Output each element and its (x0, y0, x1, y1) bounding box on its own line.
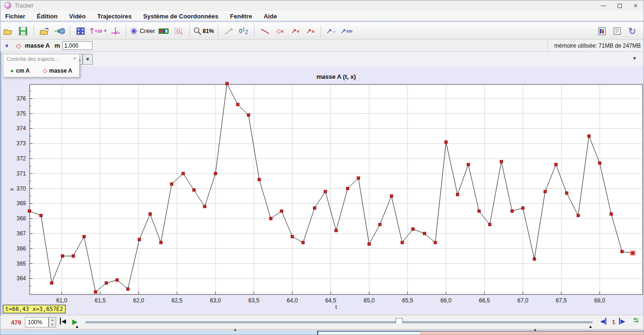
x-tick-label: 64,5 (325, 297, 337, 304)
maximize-button[interactable] (611, 0, 627, 11)
labels-button[interactable]: 012 (237, 25, 250, 38)
close-button[interactable]: × (627, 0, 644, 11)
bottom-panes-edge (0, 331, 644, 335)
toolbar-separator (254, 25, 255, 37)
x-tick-label: 66,5 (479, 297, 490, 304)
loop-button[interactable] (632, 317, 640, 325)
refresh-icon: ↻ (628, 25, 636, 37)
x-tick-label: 67,5 (556, 297, 567, 304)
data-point (61, 255, 64, 258)
data-point (313, 207, 316, 209)
chart-svg[interactable]: 3643653663673683693703713723733743753766… (1, 52, 644, 315)
data-point (182, 172, 185, 175)
step-forward-button[interactable]: ▶ (619, 318, 625, 325)
y-tick-label: 364 (17, 275, 26, 282)
main-toolbar: +10 ▼ Créer 81% 012 (0, 23, 644, 40)
timeline-thumb[interactable] (396, 318, 403, 326)
stretch-vectors-button[interactable]: ↗↔ (325, 25, 338, 38)
x-tick-label: 67,0 (517, 297, 528, 304)
zoom-button[interactable]: 81% (193, 25, 214, 38)
data-point (291, 235, 294, 238)
data-point (488, 223, 491, 226)
track-item-cm-a[interactable]: cm A (11, 67, 30, 74)
notes-button[interactable] (611, 25, 624, 38)
track-selector-icon[interactable]: ▼ (4, 43, 9, 49)
goto-start-icon: ◀ (60, 318, 66, 325)
menu-trajectoires[interactable]: Trajectoires (92, 11, 136, 20)
y-tick-label: 369 (17, 200, 26, 207)
track-name[interactable]: masse A (25, 42, 50, 49)
y-tick-label: 375 (17, 110, 26, 117)
step-size[interactable]: 1 (612, 318, 615, 326)
data-point-selected (631, 251, 634, 254)
labels-numbers-icon: 012 (239, 27, 248, 35)
data-point (335, 229, 338, 232)
menu-fenetre[interactable]: Fenêtre (225, 11, 257, 20)
open-button[interactable] (1, 25, 15, 38)
menu-bar: Fichier Édition Vidéo Trajectoires Systè… (0, 11, 644, 22)
xmass-vectors-button[interactable]: ↗xm (340, 25, 353, 38)
velocities-button[interactable]: ↗v (289, 25, 302, 38)
in-point-marker[interactable]: ▲ (75, 324, 79, 329)
mass-input[interactable] (62, 41, 92, 50)
positions-button[interactable]: ◇x (273, 25, 287, 38)
title-bar: Tracker — × (0, 0, 644, 11)
create-button[interactable]: Créer (130, 25, 155, 38)
trails-button[interactable] (222, 25, 235, 38)
track-diamond-icon[interactable]: ◇ (16, 42, 21, 50)
open-library-button[interactable] (38, 25, 51, 38)
y-tick-label: 368 (17, 215, 26, 222)
data-point (434, 241, 437, 244)
y-axis-label: x (8, 188, 15, 191)
rate-spinner[interactable]: 100% (25, 317, 49, 327)
calibration-button[interactable]: +10 ▼ (89, 25, 107, 38)
menu-edition[interactable]: Édition (32, 11, 62, 20)
save-button[interactable] (17, 25, 30, 38)
clip-settings-button[interactable] (74, 25, 87, 38)
data-point (565, 192, 568, 194)
coordinate-readout: t=68,43 x=3,657E2 (3, 305, 66, 313)
track-item-masse-a[interactable]: ◇masse A (43, 67, 72, 74)
x-tick-label: 63,5 (248, 297, 260, 304)
data-point (423, 232, 426, 235)
timeline-slider[interactable] (85, 321, 593, 323)
step-back-button[interactable]: ◀ (600, 318, 606, 325)
goto-start-button[interactable]: ◀ (60, 318, 66, 325)
import-globe-icon (54, 27, 65, 35)
path-button[interactable] (258, 25, 272, 38)
menu-video[interactable]: Vidéo (65, 11, 91, 20)
data-point (467, 163, 470, 166)
path-line-icon (260, 28, 270, 34)
autotracker-button[interactable] (172, 25, 185, 38)
data-point (620, 250, 623, 253)
data-point (225, 82, 228, 85)
data-tool-icon (598, 27, 606, 35)
track-control-close-icon[interactable]: × (73, 55, 76, 62)
data-point (401, 241, 404, 244)
data-point (159, 241, 162, 244)
y-tick-label: 371 (17, 170, 26, 177)
track-control-button[interactable] (157, 25, 170, 38)
data-point (214, 172, 217, 175)
menu-fichier[interactable]: Fichier (0, 11, 30, 20)
menu-systeme-coordonnees[interactable]: Système de Coordonnées (139, 11, 223, 20)
import-video-button[interactable] (53, 25, 66, 38)
data-point (83, 235, 85, 238)
y-tick-label: 374 (17, 125, 26, 132)
stretch-label: ↔ (332, 29, 337, 34)
x-axis-label: t (335, 304, 337, 310)
open-folder-arrow-icon (39, 27, 50, 35)
accelerations-button[interactable]: ↗a (304, 25, 317, 38)
refresh-button[interactable]: ↻ (626, 25, 639, 38)
axes-button[interactable] (109, 25, 122, 38)
menu-aide[interactable]: Aide (259, 11, 281, 20)
rate-spinner-buttons[interactable]: ▲▼ (49, 317, 56, 327)
open-folder-icon (3, 27, 13, 35)
minimize-button[interactable]: — (595, 0, 611, 11)
data-point (610, 213, 612, 216)
out-point-marker[interactable]: ▲ (588, 324, 593, 329)
y-tick-label: 372 (17, 155, 26, 162)
data-tool-button[interactable] (595, 25, 609, 38)
data-point (72, 255, 74, 258)
data-point (456, 193, 459, 196)
